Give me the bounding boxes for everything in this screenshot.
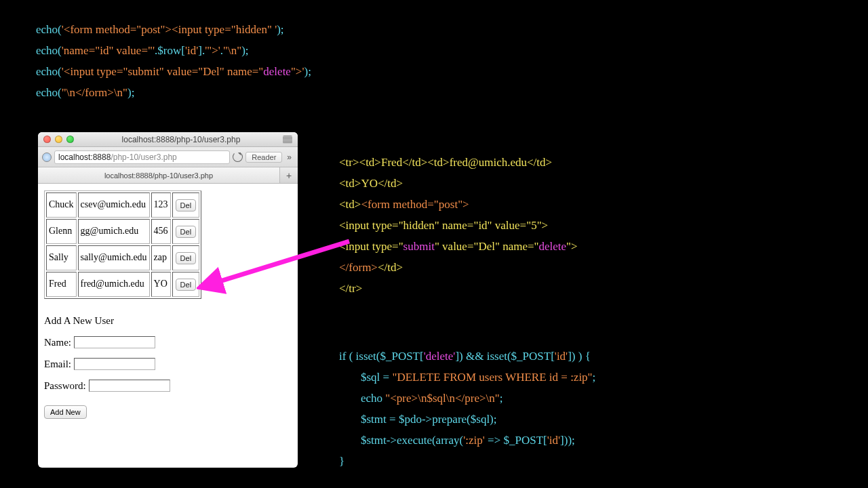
- tab-bar: localhost:8888/php-10/user3.php +: [38, 167, 298, 184]
- code-line: <td>YO</td>: [339, 173, 578, 194]
- delete-button[interactable]: Del: [176, 279, 197, 291]
- token: echo(: [36, 86, 62, 99]
- table-cell: YO: [151, 272, 171, 297]
- form-row-password: Password:: [44, 380, 292, 392]
- delete-button[interactable]: Del: [176, 226, 197, 238]
- email-label: Email:: [44, 359, 71, 370]
- token: </td><td>: [402, 156, 450, 169]
- token: if ( isset(: [339, 350, 380, 363]
- token: ->prepare(: [422, 413, 471, 426]
- table-row: Sallysally@umich.eduzapDel: [46, 245, 199, 270]
- code-line: <input type="hidden" name="id" value="5"…: [339, 215, 578, 236]
- token: ]));: [560, 434, 575, 447]
- token: </form>: [339, 261, 378, 274]
- token: '<form method="post"><input type="hidden…: [62, 23, 277, 36]
- code-line: echo('<form method="post"><input type="h…: [36, 19, 311, 40]
- token: <form method="post">: [361, 198, 469, 211]
- token: $row: [157, 44, 181, 57]
- token: delete: [539, 240, 567, 253]
- delete-button[interactable]: Del: [176, 252, 197, 264]
- delete-button[interactable]: Del: [176, 199, 197, 211]
- token: ;: [500, 392, 503, 405]
- code-line: echo('<input type="submit" value="Del" n…: [36, 61, 311, 82]
- token: <td>: [339, 177, 361, 190]
- token: "DELETE FROM users WHERE id = :zip": [392, 371, 592, 384]
- code-line: <input type="submit" value="Del" name="d…: [339, 236, 578, 257]
- code-line: echo("\n</form>\n");: [36, 82, 311, 103]
- token: submit: [403, 240, 435, 253]
- token: );: [127, 86, 134, 99]
- code-line: $stmt->execute(array(':zip' => $_POST['i…: [339, 430, 595, 451]
- token: \n": [114, 86, 127, 99]
- browser-tab[interactable]: localhost:8888/php-10/user3.php: [38, 167, 280, 183]
- token: " value=": [435, 240, 479, 253]
- token: );: [304, 65, 311, 78]
- minimize-icon[interactable]: [55, 136, 62, 143]
- token: echo: [361, 392, 385, 405]
- token: );: [277, 23, 283, 36]
- close-icon[interactable]: [43, 136, 51, 143]
- chevron-right-icon[interactable]: »: [285, 152, 294, 162]
- email-input[interactable]: [74, 358, 155, 370]
- table-cell-actions: Del: [172, 219, 200, 244]
- table-row: Fredfred@umich.eduYODel: [46, 272, 199, 297]
- token: <input type="hidden" name="id" value="5"…: [339, 219, 548, 232]
- table-cell: csev@umich.edu: [78, 192, 150, 218]
- window-title: localhost:8888/php-10/user3.php: [79, 135, 283, 144]
- token: ->execute(array(: [387, 434, 463, 447]
- token: $sql: [361, 371, 380, 384]
- token: echo(: [36, 65, 62, 78]
- form-row-email: Email:: [44, 358, 292, 370]
- zoom-icon[interactable]: [66, 136, 74, 143]
- token: 'id': [185, 44, 198, 57]
- token: Fred: [381, 156, 402, 169]
- code-line: <tr><td>Fred</td><td>fred@umich.edu</td>: [339, 152, 578, 173]
- token: );: [490, 413, 496, 426]
- token: <input type=": [339, 240, 403, 253]
- code-block-php: if ( isset($_POST['delete']) && isset($_…: [339, 346, 595, 472]
- token: 'id': [547, 434, 560, 447]
- token: );: [241, 44, 248, 57]
- token: $stmt: [361, 434, 387, 447]
- add-new-button[interactable]: Add New: [44, 405, 87, 419]
- token: echo(: [36, 44, 62, 57]
- table-cell: Glenn: [46, 219, 77, 244]
- token: ;: [593, 371, 596, 384]
- url-field[interactable]: localhost:8888/php-10/user3.php: [54, 150, 230, 164]
- code-line: </tr>: [339, 278, 578, 299]
- reader-button[interactable]: Reader: [245, 152, 282, 163]
- browser-window: localhost:8888/php-10/user3.php localhos…: [38, 132, 298, 468]
- address-bar: localhost:8888/php-10/user3.php Reader »: [38, 147, 298, 167]
- table-cell: 123: [151, 192, 171, 218]
- token: 'name="id" value="': [62, 44, 155, 57]
- tab-label: localhost:8888/php-10/user3.php: [104, 171, 213, 180]
- token: =>: [485, 434, 504, 447]
- token: </td>: [378, 261, 403, 274]
- new-tab-button[interactable]: +: [280, 167, 298, 183]
- token: $pdo: [399, 413, 422, 426]
- table-cell-actions: Del: [172, 272, 200, 297]
- token: '<input type="submit" value="Del" name=": [62, 65, 264, 78]
- token: delete: [263, 65, 291, 78]
- token: ]) && isset(: [455, 350, 511, 363]
- token: 'delete': [424, 350, 456, 363]
- token: "\n: [62, 86, 75, 99]
- token: =: [380, 371, 392, 384]
- traffic-lights: [43, 136, 74, 143]
- token: $sql: [471, 413, 490, 426]
- token: "<pre>\n$sql\n</pre>\n": [385, 392, 499, 405]
- table-cell-actions: Del: [172, 192, 200, 218]
- table-cell: Sally: [46, 245, 77, 270]
- refresh-icon[interactable]: [233, 152, 243, 162]
- table-cell-actions: Del: [172, 245, 200, 270]
- password-input[interactable]: [89, 380, 170, 392]
- name-input[interactable]: [74, 336, 155, 348]
- token: Del: [478, 240, 495, 253]
- token: ':zip': [463, 434, 485, 447]
- globe-icon: [42, 152, 52, 162]
- token: $_POST: [504, 434, 544, 447]
- table-cell: sally@umich.edu: [78, 245, 150, 270]
- token: ">: [566, 240, 578, 253]
- code-block-top: echo('<form method="post"><input type="h…: [36, 19, 311, 103]
- token: </tr>: [339, 282, 362, 295]
